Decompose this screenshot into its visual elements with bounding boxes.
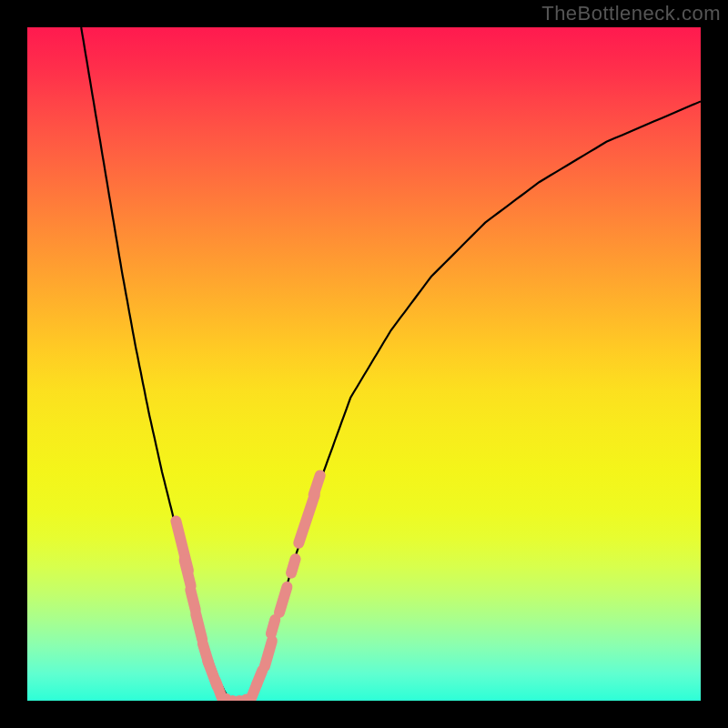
svg-rect-12 xyxy=(285,552,303,580)
watermark-text: TheBottleneck.com xyxy=(541,2,721,25)
svg-rect-9 xyxy=(258,634,278,673)
chart-svg xyxy=(27,27,701,701)
svg-rect-11 xyxy=(273,580,294,619)
svg-rect-14 xyxy=(307,469,327,502)
left-curve xyxy=(81,27,229,701)
plot-area xyxy=(27,27,701,701)
data-markers xyxy=(169,469,327,701)
chart-root: TheBottleneck.com xyxy=(0,0,728,728)
right-curve xyxy=(249,101,701,701)
